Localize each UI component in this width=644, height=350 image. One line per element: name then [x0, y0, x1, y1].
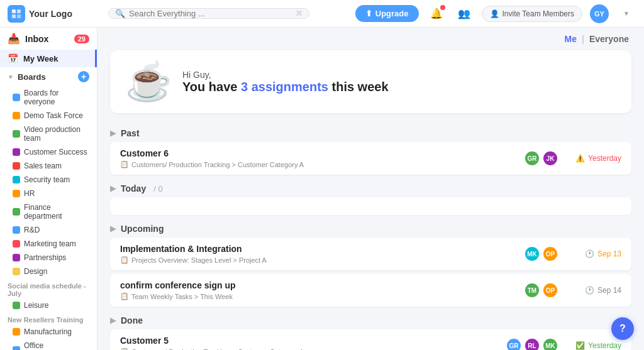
today-label: Today: [121, 183, 146, 194]
task-due: 🕐 Sep 14: [565, 286, 621, 295]
help-button[interactable]: ?: [611, 317, 634, 340]
section-today[interactable]: ▶ Today / 0: [110, 178, 631, 197]
board-color-dot: [13, 176, 20, 183]
svg-rect-3: [17, 14, 21, 18]
task-path: 📋 Team Weekly Tasks > This Week: [120, 292, 518, 300]
avatar: OP: [542, 246, 558, 262]
view-everyone[interactable]: Everyone: [589, 34, 629, 44]
board-item-office-mgmt[interactable]: Office Management: [0, 339, 97, 350]
search-icon: 🔍: [115, 9, 125, 18]
task-due: 🕐 Sep 13: [565, 249, 621, 258]
upcoming-label: Upcoming: [121, 224, 164, 234]
activity-icon: 👥: [458, 8, 470, 19]
chevron-down-icon: ▼: [623, 10, 630, 17]
section-past[interactable]: ▶ Past: [110, 123, 631, 142]
hero-assignments: You have 3 assignments this week: [182, 80, 389, 94]
board-item-design[interactable]: Design: [0, 265, 97, 278]
path-text: Projects Overview: Stages Level > Projec…: [131, 256, 267, 264]
board-item-label: Office Management: [24, 341, 89, 350]
view-toggle: Me | Everyone: [110, 28, 631, 50]
board-item-customer-success[interactable]: Customer Success: [0, 145, 97, 159]
my-week-label: My Week: [23, 54, 58, 63]
task-card-customer-5[interactable]: Customer 5 📋 Customers/ Production Track…: [110, 329, 631, 350]
board-item-leisure[interactable]: Leisure: [0, 298, 97, 312]
avatar: MK: [542, 337, 558, 350]
task-avatars: TM OP: [524, 282, 558, 298]
upgrade-icon: ⬆: [365, 9, 372, 18]
done-label: Done: [121, 315, 143, 325]
sidebar-item-my-week[interactable]: 📅 My Week: [0, 50, 97, 67]
board-color-dot: [13, 148, 20, 156]
board-item-label: Marketing team: [24, 239, 76, 248]
board-color-dot: [13, 346, 20, 350]
task-info: Customer 6 📋 Customers/ Production Track…: [120, 148, 518, 168]
task-title: Implementation & Integration: [120, 244, 518, 254]
task-avatars: GR RL MK: [506, 337, 558, 350]
task-avatars: MK OP: [524, 246, 558, 262]
invite-button[interactable]: 👤 Invite Team Members: [482, 6, 583, 22]
notifications-button[interactable]: 🔔: [426, 4, 447, 24]
done-icon: ✅: [575, 341, 585, 350]
task-card-conference[interactable]: confirm conference sign up 📋 Team Weekly…: [110, 274, 631, 307]
board-item-boards-for-everyone[interactable]: Boards for everyone: [0, 86, 97, 109]
board-item-marketing[interactable]: Marketing team: [0, 237, 97, 251]
topnav: Your Logo 🔍 ⌘ ⬆ Upgrade 🔔 👥 👤 Invite Tea…: [0, 0, 644, 28]
due-icon: ⚠️: [575, 154, 585, 163]
collapse-upcoming-icon: ▶: [110, 224, 116, 233]
board-item-rd[interactable]: R&D: [0, 223, 97, 237]
hero-mug-emoji: ☕: [125, 63, 172, 101]
task-path: 📋 Customers/ Production Tracking > Custo…: [120, 347, 499, 350]
board-item-label: Design: [24, 267, 47, 276]
board-color-dot: [13, 112, 20, 119]
view-me[interactable]: Me: [565, 34, 577, 44]
board-item-label: HR: [24, 189, 35, 198]
path-text: Customers/ Production Tracking > Custome…: [131, 161, 304, 168]
svg-rect-2: [12, 14, 16, 18]
board-color-dot: [13, 130, 20, 138]
board-item-label: Manufacturing: [24, 327, 72, 336]
board-item-security-team[interactable]: Security team: [0, 173, 97, 187]
avatar: RL: [524, 337, 540, 350]
hero-count: 3 assignments: [241, 80, 328, 94]
board-color-dot: [13, 190, 20, 197]
board-item-label: Finance department: [24, 203, 89, 221]
board-item-manufacturing[interactable]: Manufacturing: [0, 325, 97, 339]
board-item-label: R&D: [24, 226, 40, 234]
my-week-icon: 📅: [8, 53, 18, 63]
activity-button[interactable]: 👥: [454, 4, 474, 24]
board-item-sales-team[interactable]: Sales team: [0, 159, 97, 173]
board-item-demo-task-force[interactable]: Demo Task Force: [0, 109, 97, 123]
task-avatars: GR JK: [524, 150, 558, 167]
task-card-implementation[interactable]: Implementation & Integration 📋 Projects …: [110, 238, 631, 270]
hero-text: Hi Guy, You have 3 assignments this week: [182, 70, 389, 94]
user-menu-button[interactable]: ▼: [616, 4, 636, 24]
task-info: confirm conference sign up 📋 Team Weekly…: [120, 280, 518, 300]
board-item-hr[interactable]: HR: [0, 187, 97, 200]
section-upcoming[interactable]: ▶ Upcoming: [110, 219, 631, 238]
board-item-finance[interactable]: Finance department: [0, 200, 97, 223]
due-icon: 🕐: [585, 286, 594, 295]
today-empty-state: [110, 197, 631, 215]
add-board-button[interactable]: +: [78, 71, 89, 82]
board-item-label: Leisure: [24, 301, 48, 310]
logo[interactable]: Your Logo: [8, 5, 96, 23]
user-avatar[interactable]: GY: [590, 4, 609, 23]
collapse-past-icon: ▶: [110, 129, 116, 138]
task-info: Customer 5 📋 Customers/ Production Track…: [120, 336, 499, 350]
search-input[interactable]: [129, 9, 292, 18]
upgrade-button[interactable]: ⬆ Upgrade: [355, 5, 419, 22]
due-icon: 🕐: [585, 249, 594, 258]
task-title: confirm conference sign up: [120, 280, 518, 290]
board-color-dot: [13, 226, 20, 234]
board-item-video-production[interactable]: Video production team: [0, 123, 97, 145]
task-card-customer-6[interactable]: Customer 6 📋 Customers/ Production Track…: [110, 142, 631, 175]
section-done[interactable]: ▶ Done: [110, 310, 631, 329]
boards-header[interactable]: ▼ Boards +: [0, 67, 97, 86]
main-area: Me | Everyone ☕ Hi Guy, You have 3 assig…: [97, 0, 644, 350]
sidebar-inbox[interactable]: 📥 Inbox 29: [0, 28, 97, 50]
notification-badge: [440, 5, 445, 10]
past-label: Past: [121, 128, 140, 138]
search-bar[interactable]: 🔍 ⌘: [108, 8, 309, 19]
board-item-partnerships[interactable]: Partnerships: [0, 251, 97, 265]
sidebar: 📥 Inbox 29 📅 My Week ▼ Boards + Boards f…: [0, 0, 97, 350]
